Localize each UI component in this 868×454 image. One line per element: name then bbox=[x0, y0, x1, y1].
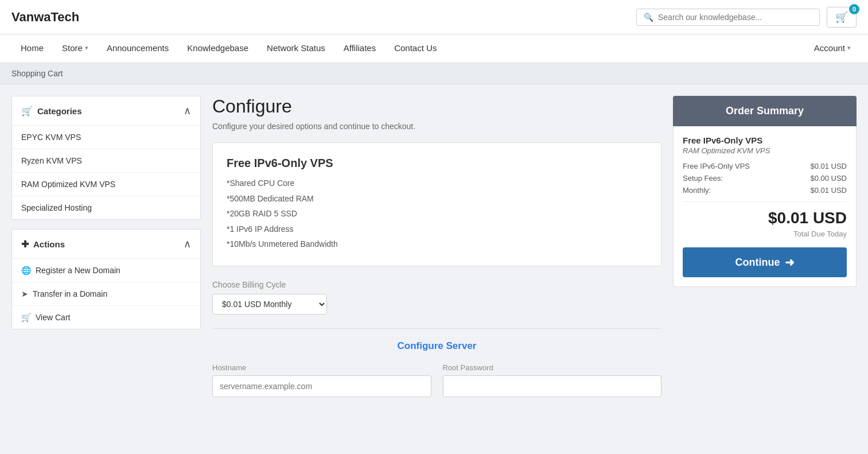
configure-subtitle: Configure your desired options and conti… bbox=[212, 122, 661, 131]
billing-cycle-select[interactable]: $0.01 USD Monthly bbox=[212, 294, 327, 315]
chevron-down-icon: ▾ bbox=[85, 44, 88, 52]
sidebar-item-register-domain[interactable]: 🌐 Register a New Domain bbox=[12, 259, 200, 282]
order-line-setup: Setup Fees: $0.00 USD bbox=[683, 174, 847, 183]
top-bar-right: 🔍 🛒 0 bbox=[636, 7, 857, 28]
continue-button[interactable]: Continue ➜ bbox=[683, 247, 847, 277]
search-input[interactable] bbox=[658, 13, 812, 22]
product-card: Free IPv6-Only VPS *Shared CPU Core *500… bbox=[212, 142, 661, 266]
order-summary-body: Free IPv6-Only VPS RAM Optimized KVM VPS… bbox=[673, 126, 857, 287]
nav-right: Account ▾ bbox=[808, 34, 857, 63]
order-summary: Order Summary Free IPv6-Only VPS RAM Opt… bbox=[673, 96, 857, 287]
sidebar: 🛒 Categories ∧ EPYC KVM VPS Ryzen KVM VP… bbox=[11, 96, 201, 435]
feature-ssd: *20GB RAID 5 SSD bbox=[227, 206, 647, 222]
plus-icon: ✚ bbox=[21, 239, 29, 250]
order-divider bbox=[683, 201, 847, 202]
feature-cpu: *Shared CPU Core bbox=[227, 176, 647, 191]
root-password-input[interactable] bbox=[443, 375, 662, 397]
view-cart-icon: 🛒 bbox=[21, 313, 31, 322]
nav-item-store[interactable]: Store ▾ bbox=[53, 34, 98, 63]
page-title: Configure bbox=[212, 96, 661, 117]
nav-item-network-status[interactable]: Network Status bbox=[258, 34, 334, 63]
top-bar: VanwaTech 🔍 🛒 0 bbox=[0, 0, 868, 34]
sidebar-item-ram-optimized[interactable]: RAM Optimized KVM VPS bbox=[12, 173, 200, 196]
nav-item-account[interactable]: Account ▾ bbox=[808, 34, 857, 63]
nav-item-affiliates[interactable]: Affiliates bbox=[334, 34, 385, 63]
search-box: 🔍 bbox=[636, 9, 820, 26]
order-total-label: Total Due Today bbox=[683, 230, 847, 238]
cart-badge: 0 bbox=[849, 4, 859, 14]
feature-ram: *500MB Dedicated RAM bbox=[227, 191, 647, 207]
globe-icon: 🌐 bbox=[21, 266, 31, 275]
nav-item-home[interactable]: Home bbox=[11, 34, 53, 63]
sidebar-actions-section: ✚ Actions ∧ 🌐 Register a New Domain ➤ Tr… bbox=[11, 229, 201, 329]
sidebar-item-epyc-kvm[interactable]: EPYC KVM VPS bbox=[12, 126, 200, 149]
order-product-name: Free IPv6-Only VPS bbox=[683, 135, 847, 145]
nav-item-contact-us[interactable]: Contact Us bbox=[385, 34, 446, 63]
breadcrumb: Shopping Cart bbox=[0, 63, 868, 84]
configure-server-section: Configure Server Hostname Root Password bbox=[212, 328, 661, 397]
hostname-label: Hostname bbox=[212, 363, 431, 372]
brand-logo[interactable]: VanwaTech bbox=[11, 10, 79, 25]
sidebar-categories-section: 🛒 Categories ∧ EPYC KVM VPS Ryzen KVM VP… bbox=[11, 96, 201, 220]
form-row: Hostname Root Password bbox=[212, 363, 661, 397]
billing-label: Choose Billing Cycle bbox=[212, 280, 661, 289]
sidebar-actions-header[interactable]: ✚ Actions ∧ bbox=[12, 230, 200, 259]
cart-icon: 🛒 bbox=[21, 106, 33, 117]
transfer-icon: ➤ bbox=[21, 289, 28, 298]
root-password-group: Root Password bbox=[443, 363, 662, 397]
root-password-label: Root Password bbox=[443, 363, 662, 372]
billing-section: Choose Billing Cycle $0.01 USD Monthly bbox=[212, 280, 661, 315]
hostname-input[interactable] bbox=[212, 375, 431, 397]
configure-server-title: Configure Server bbox=[212, 340, 661, 352]
order-line-monthly: Monthly: $0.01 USD bbox=[683, 186, 847, 195]
sidebar-item-transfer-domain[interactable]: ➤ Transfer in a Domain bbox=[12, 282, 200, 306]
order-line-product: Free IPv6-Only VPS $0.01 USD bbox=[683, 162, 847, 170]
cart-button[interactable]: 🛒 0 bbox=[827, 7, 857, 28]
sidebar-categories-header[interactable]: 🛒 Categories ∧ bbox=[12, 96, 200, 126]
collapse-icon: ∧ bbox=[184, 104, 191, 117]
nav-left: Home Store ▾ Announcements Knowledgebase… bbox=[11, 34, 446, 63]
main-layout: 🛒 Categories ∧ EPYC KVM VPS Ryzen KVM VP… bbox=[0, 84, 868, 447]
hostname-group: Hostname bbox=[212, 363, 431, 397]
product-features: *Shared CPU Core *500MB Dedicated RAM *2… bbox=[227, 176, 647, 252]
sidebar-item-view-cart[interactable]: 🛒 View Cart bbox=[12, 306, 200, 329]
feature-bandwidth: *10Mb/s Unmetered Bandwidth bbox=[227, 236, 647, 252]
nav-bar: Home Store ▾ Announcements Knowledgebase… bbox=[0, 34, 868, 63]
order-product-sub: RAM Optimized KVM VPS bbox=[683, 146, 847, 155]
order-summary-header: Order Summary bbox=[673, 96, 857, 126]
search-icon: 🔍 bbox=[644, 13, 653, 22]
sidebar-item-ryzen-kvm[interactable]: Ryzen KVM VPS bbox=[12, 149, 200, 173]
arrow-right-icon: ➜ bbox=[785, 255, 795, 269]
nav-item-announcements[interactable]: Announcements bbox=[98, 34, 178, 63]
sidebar-item-specialized[interactable]: Specialized Hosting bbox=[12, 196, 200, 219]
order-total: $0.01 USD bbox=[683, 209, 847, 227]
main-content: Configure Configure your desired options… bbox=[212, 96, 661, 435]
feature-ip: *1 IPv6 IP Address bbox=[227, 222, 647, 237]
actions-collapse-icon: ∧ bbox=[184, 238, 191, 250]
product-name: Free IPv6-Only VPS bbox=[227, 157, 647, 170]
nav-item-knowledgebase[interactable]: Knowledgebase bbox=[178, 34, 258, 63]
account-chevron-icon: ▾ bbox=[847, 44, 851, 52]
